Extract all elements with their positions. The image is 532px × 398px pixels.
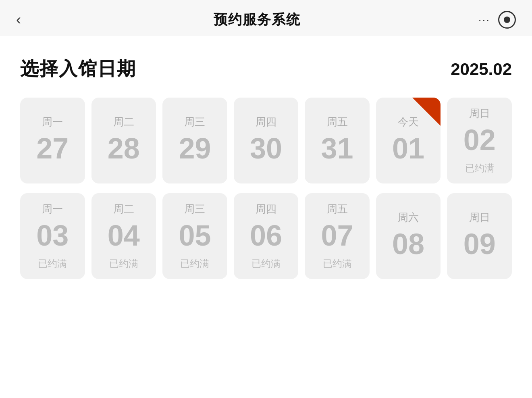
record-dot-icon <box>504 17 510 23</box>
day-number: 29 <box>179 134 211 163</box>
day-status: 已约满 <box>38 257 67 270</box>
week1-grid: 周一27周二28周三29周四30周五31今天01周日02已约满 <box>20 98 512 183</box>
day-status: 已约满 <box>465 162 494 175</box>
today-corner-icon <box>412 98 441 126</box>
header-title: 预约服务系统 <box>214 10 301 29</box>
day-week-label: 周二 <box>113 115 134 129</box>
day-week-label: 周四 <box>256 202 276 216</box>
day-number: 03 <box>36 221 69 250</box>
day-number: 07 <box>321 221 353 250</box>
day-number: 30 <box>250 134 282 163</box>
day-week-label: 周六 <box>398 210 419 225</box>
section-header: 选择入馆日期 2025.02 <box>20 56 512 81</box>
day-card-07[interactable]: 周五07已约满 <box>305 193 370 279</box>
day-number: 04 <box>108 221 140 250</box>
day-week-label: 周五 <box>327 202 348 216</box>
day-number: 31 <box>321 134 353 163</box>
day-week-label: 周一 <box>42 115 63 129</box>
day-card-31[interactable]: 周五31 <box>305 98 370 183</box>
day-card-27[interactable]: 周一27 <box>20 98 85 183</box>
day-card-30[interactable]: 周四30 <box>234 98 299 183</box>
day-number: 28 <box>108 134 140 163</box>
day-week-label: 周五 <box>327 115 348 129</box>
day-status: 已约满 <box>109 257 138 270</box>
day-card-01[interactable]: 今天01 <box>376 98 441 183</box>
day-number: 05 <box>179 221 211 250</box>
main-content: 选择入馆日期 2025.02 周一27周二28周三29周四30周五31今天01周… <box>0 36 532 305</box>
day-card-03[interactable]: 周一03已约满 <box>20 193 85 279</box>
day-number: 02 <box>463 125 496 154</box>
day-card-09[interactable]: 周日09 <box>447 193 512 279</box>
day-status: 已约满 <box>251 257 281 270</box>
day-card-08[interactable]: 周六08 <box>376 193 441 279</box>
day-number: 27 <box>36 134 69 163</box>
day-week-label: 周二 <box>113 202 134 216</box>
day-number: 09 <box>463 229 496 258</box>
week2-grid: 周一03已约满周二04已约满周三05已约满周四06已约满周五07已约满周六08周… <box>20 193 512 279</box>
record-button[interactable] <box>498 11 516 29</box>
day-card-28[interactable]: 周二28 <box>91 98 156 183</box>
header: ‹ 预约服务系统 ··· <box>0 0 532 36</box>
day-card-29[interactable]: 周三29 <box>162 98 227 183</box>
day-week-label: 周日 <box>469 210 490 225</box>
day-week-label: 周四 <box>256 115 276 129</box>
header-icons: ··· <box>478 11 516 29</box>
section-title: 选择入馆日期 <box>20 56 136 81</box>
day-week-label: 周三 <box>184 202 205 216</box>
section-month: 2025.02 <box>451 60 512 79</box>
more-button[interactable]: ··· <box>478 13 490 26</box>
day-week-label: 周一 <box>42 202 63 216</box>
day-status: 已约满 <box>180 257 209 270</box>
day-card-04[interactable]: 周二04已约满 <box>91 193 156 279</box>
back-button[interactable]: ‹ <box>16 13 36 27</box>
day-card-02[interactable]: 周日02已约满 <box>447 98 512 183</box>
day-card-05[interactable]: 周三05已约满 <box>162 193 227 279</box>
day-week-label: 周三 <box>184 115 205 129</box>
day-status: 已约满 <box>323 257 352 270</box>
day-week-label: 周日 <box>469 106 490 121</box>
day-number: 06 <box>250 221 282 250</box>
day-card-06[interactable]: 周四06已约满 <box>234 193 299 279</box>
day-number: 01 <box>392 134 424 163</box>
day-number: 08 <box>392 229 424 258</box>
